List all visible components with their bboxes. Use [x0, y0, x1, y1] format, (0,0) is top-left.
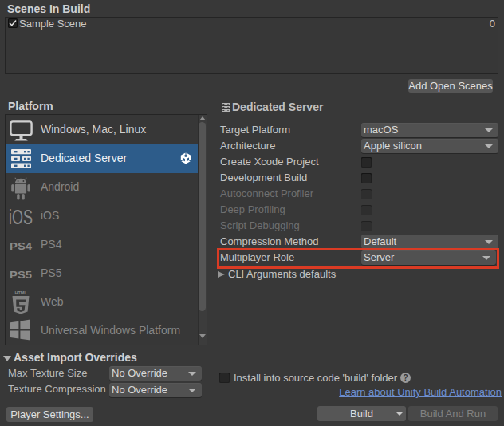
svg-text:iOS: iOS	[9, 208, 33, 227]
svg-text:PS5: PS5	[10, 270, 32, 279]
svg-text:HTML: HTML	[15, 290, 27, 295]
svg-text:PS4: PS4	[10, 242, 33, 250]
